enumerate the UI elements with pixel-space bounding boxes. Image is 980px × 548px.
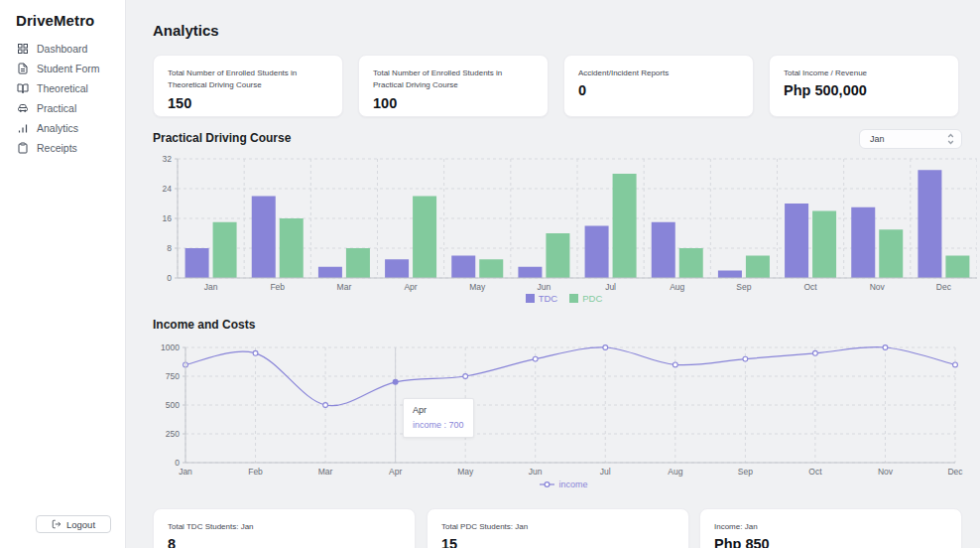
app-root: DriveMetro Dashboard Student Form Theore…	[0, 0, 980, 548]
stat-card-accidents: Accident/Incident Reports 0	[563, 55, 754, 117]
line-y-tick: 1000	[161, 342, 180, 352]
sidebar-nav: Dashboard Student Form Theoretical Pract…	[0, 39, 125, 158]
tooltip-value: income : 700	[413, 420, 464, 430]
bottom-card-label: Total TDC Students: Jan	[168, 521, 401, 533]
sidebar-item-theoretical[interactable]: Theoretical	[0, 78, 125, 98]
line-x-tick: Apr	[389, 467, 402, 477]
line-x-tick: Aug	[668, 467, 682, 477]
bar-chart-icon	[17, 122, 29, 134]
chart-tooltip: Apr income : 700	[403, 398, 474, 438]
line-y-tick: 0	[175, 458, 180, 468]
month-select[interactable]: Jan	[859, 129, 962, 149]
bar-x-tick: Dec	[936, 282, 952, 292]
tdc-legend-swatch	[526, 294, 535, 303]
legend-item-income: income	[540, 480, 587, 489]
tdc-legend-label: TDC	[539, 293, 558, 304]
bar-x-tick: Feb	[270, 282, 285, 292]
sidebar-item-student-form[interactable]: Student Form	[0, 59, 125, 78]
stat-card-practical: Total Number of Enrolled Students in Pra…	[358, 55, 549, 117]
line-y-tick: 250	[166, 429, 180, 439]
line-y-tick: 750	[166, 371, 180, 381]
dashboard-icon	[17, 43, 29, 55]
select-arrows-icon	[947, 133, 954, 145]
legend-item-tdc: TDC	[526, 293, 558, 304]
sidebar: DriveMetro Dashboard Student Form Theore…	[0, 0, 126, 548]
bottom-card-label: Total PDC Students: Jan	[441, 521, 674, 533]
line-x-tick: Nov	[878, 467, 894, 477]
app-title: DriveMetro	[16, 12, 94, 29]
line-chart-legend: income	[151, 480, 977, 489]
bottom-card-value: Php 850	[714, 536, 947, 548]
bar-y-tick: 16	[163, 213, 173, 223]
sidebar-item-dashboard[interactable]: Dashboard	[0, 39, 125, 59]
line-x-tick: Sep	[738, 467, 753, 477]
stat-card-theoretical: Total Number of Enrolled Students in The…	[153, 55, 343, 117]
stat-value: 0	[578, 82, 739, 98]
bottom-card-label: Income: Jan	[714, 521, 947, 533]
car-icon	[17, 102, 29, 114]
document-icon	[17, 63, 29, 74]
bar-x-tick: Sep	[736, 282, 751, 292]
bar-x-tick: Aug	[670, 282, 684, 292]
bar-x-tick: Jun	[538, 282, 551, 292]
stat-value: 100	[373, 95, 534, 111]
line-x-tick: Jul	[600, 467, 611, 477]
sidebar-item-label: Dashboard	[37, 43, 87, 55]
bottom-card-value: 15	[441, 536, 674, 548]
bar-x-tick: Oct	[803, 282, 817, 292]
line-x-tick: Jan	[179, 467, 192, 477]
sidebar-item-receipts[interactable]: Receipts	[0, 138, 125, 158]
bottom-card-income: Income: Jan Php 850	[699, 508, 962, 548]
practical-bar-chart[interactable]: JanFebMarAprMayJunJulAugSepOctNovDec0816…	[151, 155, 977, 294]
bar-x-tick: Jan	[204, 282, 218, 292]
bar-chart-legend: TDC PDC	[151, 293, 977, 304]
clipboard-icon	[17, 142, 29, 154]
bottom-card-tdc: Total TDC Students: Jan 8	[153, 508, 416, 548]
sidebar-item-label: Practical	[37, 102, 76, 114]
bar-x-tick: Nov	[870, 282, 886, 292]
bar-x-tick: Jul	[605, 282, 616, 292]
income-line-chart[interactable]: JanFebMarAprMayJunJulAugSepOctNovDec0250…	[151, 341, 977, 480]
page-title: Analytics	[153, 22, 219, 39]
sidebar-item-label: Student Form	[37, 63, 100, 74]
tooltip-month: Apr	[413, 405, 464, 415]
bar-y-tick: 0	[167, 273, 172, 283]
bar-y-tick: 32	[163, 155, 173, 164]
bar-y-tick: 24	[163, 184, 173, 194]
stat-label: Total Number of Enrolled Students in Pra…	[373, 68, 534, 92]
main-content: Analytics Total Number of Enrolled Stude…	[126, 0, 980, 548]
line-y-tick: 500	[166, 400, 180, 410]
line-x-tick: Feb	[248, 467, 263, 477]
stat-card-income: Total Income / Revenue Php 500,000	[769, 55, 959, 117]
sidebar-item-practical[interactable]: Practical	[0, 98, 125, 118]
stat-label: Accident/Incident Reports	[578, 68, 739, 79]
income-legend-label: income	[558, 480, 587, 489]
line-x-tick: Jun	[529, 467, 543, 477]
sidebar-item-analytics[interactable]: Analytics	[0, 118, 125, 138]
stat-value: 150	[168, 95, 328, 111]
sidebar-item-label: Theoretical	[37, 82, 88, 94]
logout-button[interactable]: Logout	[36, 515, 111, 533]
logout-label: Logout	[66, 519, 95, 530]
line-x-tick: Oct	[808, 467, 822, 477]
income-legend-marker	[540, 480, 554, 488]
pdc-legend-label: PDC	[582, 293, 602, 304]
logout-icon	[52, 519, 61, 529]
line-x-tick: Mar	[318, 467, 333, 477]
line-x-tick: May	[457, 467, 474, 477]
stat-label: Total Number of Enrolled Students in The…	[168, 68, 328, 92]
bar-y-tick: 8	[167, 243, 172, 253]
stat-label: Total Income / Revenue	[784, 68, 944, 79]
bar-x-tick: Apr	[404, 282, 417, 292]
section-title-practical: Practical Driving Course	[153, 131, 291, 145]
book-icon	[17, 82, 29, 94]
line-x-tick: Dec	[947, 467, 963, 477]
month-select-value: Jan	[870, 134, 947, 144]
section-title-income: Income and Costs	[153, 318, 255, 332]
bar-x-tick: Mar	[337, 282, 352, 292]
bottom-card-value: 8	[168, 536, 401, 548]
sidebar-item-label: Analytics	[37, 122, 78, 134]
pdc-legend-swatch	[569, 294, 578, 303]
sidebar-item-label: Receipts	[37, 142, 77, 154]
bar-x-tick: May	[469, 282, 486, 292]
